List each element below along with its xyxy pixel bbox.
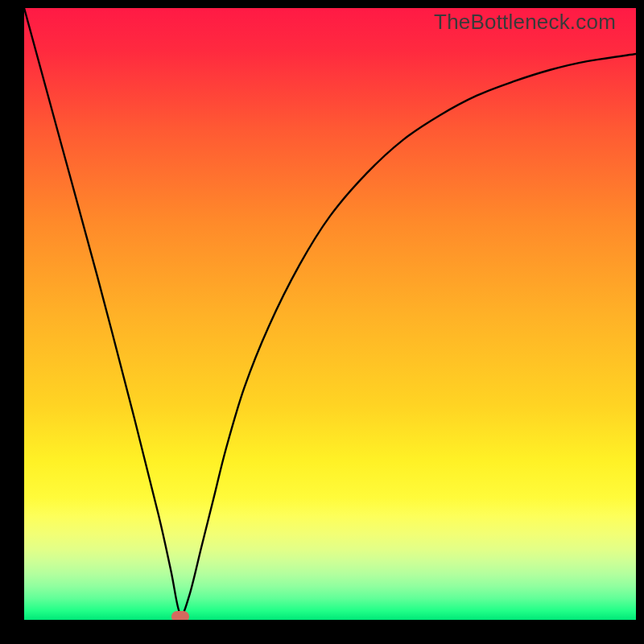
min-point-marker (171, 611, 189, 620)
plot-area (24, 8, 636, 620)
curve-layer (24, 8, 636, 620)
bottleneck-curve (24, 8, 636, 614)
chart-frame: TheBottleneck.com (0, 0, 644, 644)
